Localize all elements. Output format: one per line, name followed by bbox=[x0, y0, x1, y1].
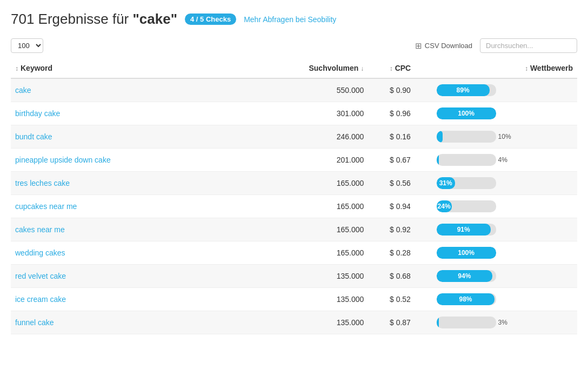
table-row: red velvet cake135.000$ 0.6894% bbox=[11, 265, 577, 288]
table-header-row: ↕Keyword Suchvolumen↓ ↕CPC ↕Wettbewerb bbox=[11, 58, 577, 78]
wettbewerb-bar-fill bbox=[437, 317, 439, 328]
sort-icon-wettbewerb: ↕ bbox=[525, 65, 528, 72]
volume-cell: 135.000 bbox=[232, 311, 368, 334]
wettbewerb-cell: 91% bbox=[432, 218, 577, 241]
toolbar: 100 50 25 ⊞ CSV Download bbox=[11, 38, 577, 53]
keyword-cell: cupcakes near me bbox=[11, 195, 232, 218]
cpc-cell: $ 0.67 bbox=[368, 149, 432, 172]
table-row: cakes near me165.000$ 0.9291% bbox=[11, 218, 577, 241]
keyword-link[interactable]: ice cream cake bbox=[15, 295, 66, 304]
keyword-link[interactable]: birthday cake bbox=[15, 109, 60, 118]
sort-icon-keyword: ↕ bbox=[15, 65, 18, 72]
toolbar-right: ⊞ CSV Download bbox=[415, 38, 577, 53]
wettbewerb-cell: 100% bbox=[432, 241, 577, 265]
wettbewerb-bar-bg: 100% bbox=[437, 247, 496, 259]
title-text: Ergebnisse für bbox=[34, 11, 132, 27]
wettbewerb-cell: 24% bbox=[432, 195, 577, 218]
keyword-link[interactable]: funnel cake bbox=[15, 318, 54, 327]
volume-cell: 550.000 bbox=[232, 78, 368, 102]
result-count-title: 701 Ergebnisse für "cake" bbox=[11, 11, 177, 28]
wettbewerb-bar-fill: 98% bbox=[437, 293, 495, 305]
wettbewerb-bar-fill: 94% bbox=[437, 270, 492, 282]
table-row: cake550.000$ 0.9089% bbox=[11, 78, 577, 102]
keywords-table: ↕Keyword Suchvolumen↓ ↕CPC ↕Wettbewerb c… bbox=[11, 58, 577, 334]
rows-per-page-select[interactable]: 100 50 25 bbox=[11, 38, 43, 53]
keyword-cell: cake bbox=[11, 78, 232, 102]
wettbewerb-bar-fill: 24% bbox=[437, 200, 452, 212]
page-header: 701 Ergebnisse für "cake" 4 / 5 Checks M… bbox=[11, 11, 577, 28]
wettbewerb-bar-fill: 89% bbox=[437, 84, 490, 96]
csv-download-button[interactable]: ⊞ CSV Download bbox=[415, 41, 472, 51]
wettbewerb-label-outside: 10% bbox=[498, 133, 511, 140]
csv-icon: ⊞ bbox=[415, 41, 422, 51]
wettbewerb-bar-bg: 98% bbox=[437, 293, 496, 305]
search-input[interactable] bbox=[480, 38, 577, 53]
keyword-cell: birthday cake bbox=[11, 102, 232, 125]
wettbewerb-bar-bg: 100% bbox=[437, 107, 496, 119]
volume-cell: 301.000 bbox=[232, 102, 368, 125]
wettbewerb-bar-fill: 100% bbox=[437, 107, 496, 119]
col-header-keyword[interactable]: ↕Keyword bbox=[11, 58, 232, 78]
mehr-link[interactable]: Mehr Abfragen bei Seobility bbox=[244, 15, 336, 24]
cpc-cell: $ 0.68 bbox=[368, 265, 432, 288]
col-header-wettbewerb[interactable]: ↕Wettbewerb bbox=[432, 58, 577, 78]
keyword-link[interactable]: bundt cake bbox=[15, 132, 52, 141]
keyword-cell: bundt cake bbox=[11, 125, 232, 149]
keyword-link[interactable]: cake bbox=[15, 86, 31, 95]
cpc-cell: $ 0.90 bbox=[368, 78, 432, 102]
wettbewerb-bar-bg: 31% bbox=[437, 177, 496, 189]
cpc-cell: $ 0.87 bbox=[368, 311, 432, 334]
wettbewerb-bar-bg: 24% bbox=[437, 200, 496, 212]
keyword-link[interactable]: wedding cakes bbox=[15, 248, 65, 257]
wettbewerb-bar-fill: 100% bbox=[437, 247, 496, 259]
table-row: birthday cake301.000$ 0.96100% bbox=[11, 102, 577, 125]
table-row: ice cream cake135.000$ 0.5298% bbox=[11, 288, 577, 311]
col-header-cpc[interactable]: ↕CPC bbox=[368, 58, 432, 78]
wettbewerb-cell: 94% bbox=[432, 265, 577, 288]
volume-cell: 135.000 bbox=[232, 288, 368, 311]
wettbewerb-cell: 3% bbox=[432, 311, 577, 334]
cpc-cell: $ 0.94 bbox=[368, 195, 432, 218]
wettbewerb-bar-bg: 94% bbox=[437, 270, 496, 282]
wettbewerb-bar-bg: 89% bbox=[437, 84, 496, 96]
csv-label: CSV Download bbox=[425, 42, 472, 50]
volume-cell: 135.000 bbox=[232, 265, 368, 288]
cpc-cell: $ 0.92 bbox=[368, 218, 432, 241]
volume-cell: 201.000 bbox=[232, 149, 368, 172]
search-keyword: "cake" bbox=[132, 11, 177, 27]
checks-badge: 4 / 5 Checks bbox=[185, 14, 236, 25]
wettbewerb-cell: 31% bbox=[432, 172, 577, 195]
table-row: funnel cake135.000$ 0.873% bbox=[11, 311, 577, 334]
wettbewerb-cell: 100% bbox=[432, 102, 577, 125]
keyword-cell: ice cream cake bbox=[11, 288, 232, 311]
keyword-cell: funnel cake bbox=[11, 311, 232, 334]
wettbewerb-cell: 89% bbox=[432, 78, 577, 102]
keyword-link[interactable]: pineapple upside down cake bbox=[15, 156, 111, 164]
wettbewerb-bar-bg: 91% bbox=[437, 224, 496, 236]
cpc-cell: $ 0.56 bbox=[368, 172, 432, 195]
table-row: tres leches cake165.000$ 0.5631% bbox=[11, 172, 577, 195]
sort-icon-volume: ↓ bbox=[360, 65, 364, 72]
volume-cell: 165.000 bbox=[232, 172, 368, 195]
keyword-cell: tres leches cake bbox=[11, 172, 232, 195]
keyword-link[interactable]: red velvet cake bbox=[15, 272, 66, 280]
table-row: cupcakes near me165.000$ 0.9424% bbox=[11, 195, 577, 218]
wettbewerb-bar-fill: 31% bbox=[437, 177, 455, 189]
keyword-link[interactable]: cupcakes near me bbox=[15, 202, 77, 211]
wettbewerb-cell: 98% bbox=[432, 288, 577, 311]
table-body: cake550.000$ 0.9089%birthday cake301.000… bbox=[11, 78, 577, 334]
table-row: wedding cakes165.000$ 0.28100% bbox=[11, 241, 577, 265]
wettbewerb-cell: 4% bbox=[432, 149, 577, 172]
cpc-cell: $ 0.16 bbox=[368, 125, 432, 149]
keyword-cell: pineapple upside down cake bbox=[11, 149, 232, 172]
wettbewerb-cell: 10% bbox=[432, 125, 577, 149]
keyword-link[interactable]: cakes near me bbox=[15, 225, 65, 234]
wettbewerb-label-outside: 4% bbox=[498, 156, 507, 164]
sort-icon-cpc: ↕ bbox=[390, 65, 393, 72]
keyword-link[interactable]: tres leches cake bbox=[15, 179, 70, 187]
table-row: bundt cake246.000$ 0.1610% bbox=[11, 125, 577, 149]
col-header-volume[interactable]: Suchvolumen↓ bbox=[232, 58, 368, 78]
table-row: pineapple upside down cake201.000$ 0.674… bbox=[11, 149, 577, 172]
volume-cell: 246.000 bbox=[232, 125, 368, 149]
volume-cell: 165.000 bbox=[232, 218, 368, 241]
